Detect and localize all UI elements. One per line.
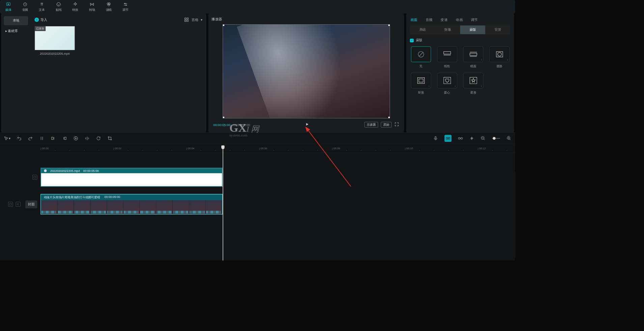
- subtab-basic[interactable]: 基础: [410, 25, 435, 34]
- handle-br[interactable]: [388, 117, 390, 118]
- filter-icon: [106, 2, 111, 7]
- zoom-slider[interactable]: [492, 137, 500, 140]
- playhead[interactable]: [223, 146, 223, 260]
- rp-tab-adjust[interactable]: 调节: [471, 17, 478, 22]
- mask-rect[interactable]: ↓: [411, 73, 431, 88]
- play-button[interactable]: [305, 122, 309, 127]
- timeline-toolbar: ▾: [0, 132, 515, 144]
- tab-transition[interactable]: 转场: [89, 2, 95, 12]
- magnet-main-button[interactable]: [445, 135, 452, 142]
- clip-1[interactable]: 20220202022205.mp4 00:00:05:00: [40, 168, 223, 187]
- tab-media[interactable]: 媒体: [5, 2, 11, 12]
- fullscreen-icon: [394, 122, 399, 127]
- rp-tab-animation[interactable]: 动画: [456, 17, 463, 22]
- tab-sticker-label: 贴纸: [56, 8, 62, 12]
- original-button[interactable]: 原始: [381, 122, 392, 128]
- undo-button[interactable]: [17, 136, 22, 141]
- rp-tab-picture[interactable]: 画面: [411, 17, 418, 22]
- track-lock-2[interactable]: [8, 202, 13, 207]
- import-label: 导入: [40, 18, 47, 22]
- clip1-name: 20220202022205.mp4: [50, 169, 80, 173]
- svg-point-34: [44, 170, 47, 172]
- svg-point-2: [57, 2, 60, 6]
- chevron-down-icon: ▾: [201, 18, 202, 22]
- handle-tl[interactable]: [223, 24, 224, 26]
- transition-icon: [89, 2, 95, 7]
- delete-right-button[interactable]: [62, 136, 67, 141]
- mask-star-label: 星形: [470, 91, 476, 95]
- delete-left-button[interactable]: [51, 136, 55, 141]
- timeline: | 00:00| 00:02| 00:04| 00:06| 00:08| 00:…: [0, 144, 515, 260]
- ruler-tick: | 00:06: [259, 147, 267, 150]
- circle-icon: [496, 51, 503, 58]
- cover-button[interactable]: 封面: [25, 200, 37, 208]
- mask-star[interactable]: ↓: [463, 73, 483, 88]
- view-controls[interactable]: 宫格 ▾: [184, 17, 202, 22]
- mask-circle[interactable]: ↓: [489, 47, 509, 62]
- subtab-mask[interactable]: 蒙版: [460, 25, 485, 34]
- ruler-tick: | 00:02: [113, 147, 121, 150]
- track-mute[interactable]: [16, 202, 20, 207]
- tab-effects-label: 特效: [72, 8, 78, 12]
- mask-heart[interactable]: ↓: [437, 73, 457, 88]
- media-item[interactable]: 已添加 20220202022205.mp4: [34, 26, 75, 55]
- split-button[interactable]: [39, 136, 44, 141]
- svg-rect-33: [34, 176, 36, 178]
- video-preview[interactable]: [223, 24, 390, 118]
- view-label: 宫格: [192, 18, 198, 22]
- ruler-tick: | 00:12: [478, 147, 486, 150]
- sidebar-local[interactable]: 本地: [4, 16, 28, 25]
- top-nav: 媒体 音频 文本 贴纸 特效 转场 滤镜 调节: [0, 0, 515, 14]
- clip-2[interactable]: 动漫片头转场片尾唯美场所打斗炫酷可爱晴 00:00:05:00: [40, 194, 223, 214]
- mask-checkbox[interactable]: ✓: [410, 39, 414, 42]
- subtab-cutout[interactable]: 抠像: [435, 25, 460, 34]
- scope-button[interactable]: 示波器: [364, 122, 378, 128]
- tab-effects[interactable]: 特效: [72, 2, 78, 12]
- mic-button[interactable]: [433, 136, 438, 141]
- rp-tab-audio[interactable]: 音频: [426, 17, 433, 22]
- select-tool[interactable]: ▾: [4, 136, 10, 141]
- crop-button[interactable]: [107, 136, 112, 141]
- svg-rect-27: [458, 137, 460, 139]
- redo-button[interactable]: [28, 136, 33, 141]
- download-icon: ↓: [481, 84, 482, 87]
- subtab-background[interactable]: 背景: [485, 25, 510, 34]
- download-icon: ↓: [481, 58, 482, 61]
- effects-icon: [73, 2, 78, 7]
- svg-point-4: [108, 3, 110, 5]
- mask-linear[interactable]: [437, 47, 457, 62]
- tab-adjust[interactable]: 调节: [122, 2, 129, 12]
- adjust-icon: [123, 2, 128, 7]
- mask-mirror[interactable]: ↓: [463, 47, 483, 62]
- mask-none[interactable]: [411, 47, 431, 62]
- mask-checkbox-row[interactable]: ✓ 蒙版: [410, 38, 510, 43]
- tab-audio[interactable]: 音频: [22, 2, 28, 12]
- import-button[interactable]: + 导入: [34, 18, 47, 22]
- rotate-button[interactable]: [96, 136, 101, 141]
- handle-bl[interactable]: [223, 117, 224, 118]
- ruler[interactable]: | 00:00| 00:02| 00:04| 00:06| 00:08| 00:…: [40, 146, 515, 153]
- sticker-icon: [56, 2, 61, 7]
- zoom-in-button[interactable]: [507, 136, 511, 141]
- link-button[interactable]: [458, 136, 463, 141]
- track-lock-1[interactable]: [32, 175, 37, 180]
- svg-rect-14: [470, 53, 477, 55]
- zoom-out-button[interactable]: [481, 136, 485, 141]
- text-icon: [39, 2, 45, 7]
- freeze-button[interactable]: [74, 136, 78, 141]
- sidebar-library[interactable]: ▸ 素材库: [4, 27, 28, 35]
- handle-tr[interactable]: [388, 24, 390, 26]
- fullscreen-button[interactable]: [394, 122, 399, 128]
- tab-filter[interactable]: 滤镜: [106, 2, 112, 12]
- rp-tab-speed[interactable]: 变速: [441, 17, 448, 22]
- svg-rect-26: [448, 137, 450, 139]
- tab-sticker[interactable]: 贴纸: [56, 2, 62, 12]
- mask-checkbox-label: 蒙版: [416, 38, 422, 43]
- media-content: + 导入 宫格 ▾ 已添加 20220202022205.mp4: [31, 14, 206, 132]
- tab-text[interactable]: 文本: [39, 2, 45, 12]
- preview-axis-button[interactable]: [469, 136, 474, 141]
- mask-circle-label: 圆形: [497, 64, 503, 68]
- player-title: 播放器: [212, 16, 401, 23]
- flip-button[interactable]: [85, 136, 89, 141]
- heart-icon: [443, 77, 451, 84]
